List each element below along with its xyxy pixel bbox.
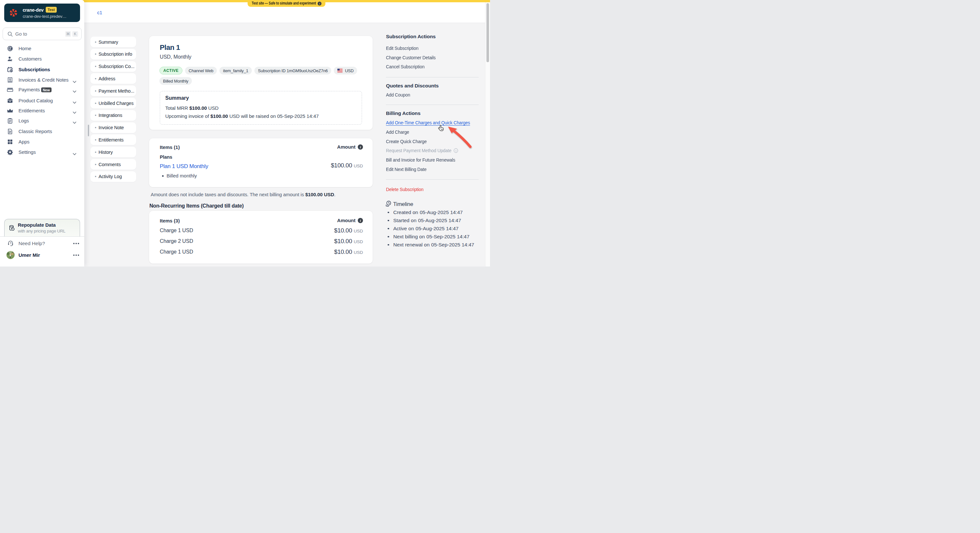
search-icon bbox=[8, 32, 13, 37]
avatar bbox=[6, 251, 14, 259]
headset-icon: ? bbox=[8, 240, 14, 248]
chevron-down-icon bbox=[73, 109, 76, 115]
sidebar-item-apps[interactable]: Apps bbox=[0, 136, 84, 147]
breadcrumb[interactable]: c1 bbox=[97, 10, 102, 15]
help-menu-button[interactable] bbox=[73, 239, 79, 248]
subnav-item-entitlements[interactable]: Entitlements bbox=[91, 134, 136, 145]
sidebar-item-invoices[interactable]: Invoices & Credit Notes bbox=[0, 75, 84, 85]
info-icon[interactable]: i bbox=[318, 2, 321, 5]
page-scrollbar-thumb[interactable] bbox=[487, 3, 489, 62]
subnav-item-history[interactable]: History bbox=[91, 147, 136, 157]
action-add-one-time-charges[interactable]: Add One-Time Charges and Quick Charges bbox=[386, 120, 470, 125]
user-name: Umer Mir bbox=[19, 252, 40, 258]
credit-card-icon bbox=[7, 86, 13, 93]
subscriptions-icon bbox=[7, 67, 13, 73]
dashboard-gauge-icon bbox=[7, 45, 13, 52]
action-change-customer-details[interactable]: Change Customer Details bbox=[386, 55, 436, 60]
action-cancel-subscription[interactable]: Cancel Subscription bbox=[386, 64, 425, 69]
sidebar-item-subscriptions[interactable]: Subscriptions bbox=[0, 65, 84, 75]
plan-note: Billed monthly bbox=[162, 173, 197, 178]
subnav-item-comments[interactable]: Comments bbox=[91, 159, 136, 170]
action-delete-subscription[interactable]: Delete Subscription bbox=[386, 187, 423, 192]
sidebar-item-entitlements[interactable]: Entitlements bbox=[0, 106, 84, 116]
user-profile-item[interactable]: Umer Mir bbox=[0, 250, 84, 260]
subnav-scrollbar[interactable] bbox=[88, 125, 89, 136]
bullet-icon bbox=[162, 175, 164, 177]
repopulate-data-card[interactable]: Repopulate Data with any pricing page UR… bbox=[4, 219, 80, 237]
plan-amount: $100.00 bbox=[331, 162, 352, 169]
action-add-charge[interactable]: Add Charge bbox=[386, 130, 409, 135]
subnav-item-payment-method[interactable]: Payment Metho... bbox=[91, 86, 136, 96]
sidebar-item-home[interactable]: Home bbox=[0, 43, 84, 54]
gear-icon bbox=[7, 149, 13, 155]
sidebar-item-customers[interactable]: Customers bbox=[0, 54, 84, 64]
chevron-down-icon bbox=[73, 99, 76, 105]
charge-row-name: Charge 1 USD bbox=[160, 249, 193, 255]
k-key-badge: K bbox=[72, 31, 78, 37]
info-icon[interactable]: i bbox=[358, 144, 363, 150]
chevron-down-icon bbox=[73, 119, 76, 125]
bullet-icon bbox=[388, 228, 389, 230]
goto-search[interactable]: ⌘ K bbox=[3, 27, 82, 40]
subnav-item-subscription-co[interactable]: Subscription Co... bbox=[91, 61, 136, 72]
clipboard-icon bbox=[7, 117, 13, 124]
timeline-event: Created on05-Aug-2025 14:47 bbox=[388, 209, 463, 215]
subnav-item-integrations[interactable]: Integrations bbox=[91, 110, 136, 121]
subnav-item-summary[interactable]: Summary bbox=[91, 36, 136, 47]
goto-search-input[interactable] bbox=[15, 28, 60, 40]
bullet-icon bbox=[95, 41, 96, 43]
amount-header-group: Amount i bbox=[337, 144, 363, 150]
amount-header: Amount bbox=[337, 217, 355, 223]
sidebar-item-settings[interactable]: Settings bbox=[0, 147, 84, 157]
report-document-icon bbox=[7, 128, 13, 135]
sidebar-item-product-catalog[interactable]: Product Catalog bbox=[0, 95, 84, 106]
action-create-quick-charge[interactable]: Create Quick Charge bbox=[386, 139, 427, 144]
org-name: crane-dev bbox=[23, 8, 43, 13]
info-icon[interactable]: i bbox=[358, 218, 363, 223]
subnav-item-unbilled-charges[interactable]: Unbilled Charges bbox=[91, 98, 136, 108]
amount-cell: $10.00USD bbox=[334, 227, 363, 234]
amount-cell: $10.00USD bbox=[334, 238, 363, 245]
divider bbox=[386, 77, 479, 78]
sidebar-item-payments[interactable]: Payments New bbox=[0, 84, 84, 95]
cmd-key-badge: ⌘ bbox=[65, 31, 71, 37]
action-add-coupon[interactable]: Add Coupon bbox=[386, 92, 410, 97]
plan-title: Plan 1 bbox=[160, 43, 180, 52]
subscription-id-badge: Subscription ID 1mGM9uoUszOeZ7n6 bbox=[255, 67, 331, 75]
plan-item-link[interactable]: Plan 1 USD Monthly bbox=[160, 163, 208, 170]
subnav-item-subscription-info[interactable]: Subscription info bbox=[91, 49, 136, 60]
channel-badge: Channel Web bbox=[185, 67, 217, 75]
amount-header: Amount bbox=[337, 144, 355, 150]
plan-summary-card: Plan 1 USD, Monthly ACTIVE Channel Web i… bbox=[149, 36, 373, 130]
page-scrollbar-track[interactable] bbox=[485, 2, 490, 266]
chevron-down-icon bbox=[73, 151, 76, 157]
action-edit-subscription[interactable]: Edit Subscription bbox=[386, 46, 418, 51]
subnav-item-activity-log[interactable]: Activity Log bbox=[91, 171, 136, 182]
non-recurring-items-card: Items (3) Amount i Charge 1 USD $10.00US… bbox=[149, 211, 373, 263]
subscription-details-page: c1 Test site — Safe to simulate and expe… bbox=[0, 0, 490, 266]
bullet-icon bbox=[95, 66, 96, 67]
amount-cell: $100.00 USD bbox=[331, 162, 363, 169]
subnav-item-invoice-note[interactable]: Invoice Note bbox=[91, 122, 136, 133]
apps-grid-icon bbox=[7, 139, 13, 145]
timeline-clock-icon bbox=[386, 200, 392, 208]
customers-icon bbox=[7, 56, 13, 62]
timeline-event: Active on05-Aug-2025 14:47 bbox=[388, 226, 458, 232]
subnav-item-address[interactable]: Address bbox=[91, 73, 136, 84]
recurring-items-card: Items (1) Amount i Plans Plan 1 USD Mont… bbox=[149, 138, 373, 187]
charge-row-name: Charge 2 USD bbox=[160, 238, 193, 244]
org-card[interactable]: crane-dev Test crane-dev-test.predev… bbox=[4, 3, 80, 22]
charge-row-name: Charge 1 USD bbox=[160, 228, 193, 233]
sidebar-item-classic-reports[interactable]: Classic Reports bbox=[0, 126, 84, 136]
bullet-icon bbox=[95, 90, 96, 92]
upcoming-invoice-line: Upcoming invoice of $100.00 USD will be … bbox=[165, 113, 319, 119]
action-edit-next-billing-date[interactable]: Edit Next Billing Date bbox=[386, 167, 426, 172]
action-bill-invoice-future-renewals[interactable]: Bill and Invoice for Future Renewals bbox=[386, 157, 455, 163]
amount-cell: $10.00USD bbox=[334, 248, 363, 255]
info-icon: i bbox=[454, 148, 458, 153]
user-menu-button[interactable] bbox=[73, 251, 79, 260]
timeline-event: Next renewal on05-Sep-2025 14:47 bbox=[388, 242, 474, 248]
badge-row: ACTIVE Channel Web item_family_1 Subscri… bbox=[159, 67, 357, 75]
sidebar-item-logs[interactable]: Logs bbox=[0, 116, 84, 126]
need-help-item[interactable]: ? Need Help? bbox=[0, 239, 84, 248]
